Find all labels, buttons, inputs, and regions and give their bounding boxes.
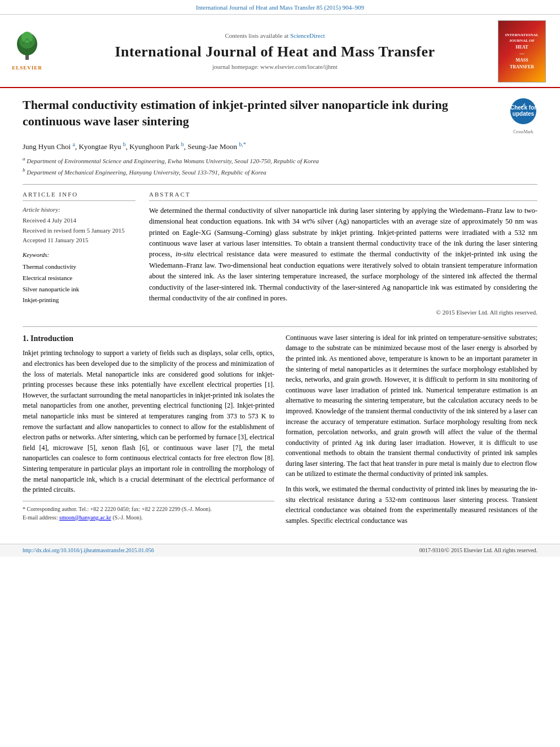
crossmark-label: CrossMark — [509, 129, 537, 135]
footnote-email: E-mail address: smoon@hanyang.ac.kr (S.-… — [23, 513, 274, 522]
keyword-4: Inkjet-printing — [23, 295, 135, 306]
article-title-section: Thermal conductivity estimation of inkje… — [23, 97, 537, 134]
received-date: Received 4 July 2014 — [23, 216, 135, 225]
svg-text:updates: updates — [513, 111, 535, 117]
revised-date: Received in revised form 5 January 2015 — [23, 226, 135, 235]
body-two-column: 1. Introduction Inkjet printing technolo… — [23, 333, 537, 531]
journal-header-center: Contents lists available at ScienceDirec… — [52, 32, 498, 71]
article-info-column: ARTICLE INFO Article history: Received 4… — [23, 190, 135, 317]
author-4: Seung-Jae Moon b,* — [187, 142, 246, 151]
sciencedirect-name: ScienceDirect — [290, 32, 325, 39]
journal-cover-image: INTERNATIONALJOURNAL OF HEAT—MASSTRANSFE… — [498, 20, 546, 82]
homepage-label: journal homepage: www.elsevier.com/locat… — [212, 63, 338, 70]
keywords-list: Thermal conductivity Electrical resistan… — [23, 261, 135, 306]
doi-bar: http://dx.doi.org/10.1016/j.ijheatmasstr… — [0, 544, 560, 557]
keywords-label: Keywords: — [23, 251, 135, 259]
main-content: Thermal conductivity estimation of inkje… — [0, 88, 560, 541]
history-label: Article history: — [23, 206, 135, 214]
intro-text-right-2: In this work, we estimated the thermal c… — [286, 484, 537, 526]
elsevier-tree-icon — [11, 32, 43, 63]
article-info-label: ARTICLE INFO — [23, 190, 135, 201]
journal-header: ELSEVIER Contents lists available at Sci… — [0, 15, 560, 88]
svg-text:✓: ✓ — [520, 101, 527, 110]
sciencedirect-link: Contents lists available at ScienceDirec… — [52, 32, 498, 40]
article-body: ARTICLE INFO Article history: Received 4… — [23, 190, 537, 317]
body-right-column: Continuous wave laser sintering is ideal… — [286, 333, 537, 531]
article-history: Article history: Received 4 July 2014 Re… — [23, 206, 135, 245]
journal-header-left: ELSEVIER — [11, 32, 52, 72]
doi-link[interactable]: http://dx.doi.org/10.1016/j.ijheatmasstr… — [23, 547, 154, 554]
email-link[interactable]: smoon@hanyang.ac.kr — [59, 514, 111, 521]
journal-homepage: journal homepage: www.elsevier.com/locat… — [52, 63, 498, 71]
article-title: Thermal conductivity estimation of inkje… — [23, 97, 509, 129]
keywords-section: Keywords: Thermal conductivity Electrica… — [23, 251, 135, 307]
affiliation-b: b Department of Mechanical Engineering, … — [23, 167, 537, 177]
journal-reference: International Journal of Heat and Mass T… — [196, 4, 364, 11]
journal-cover-area: INTERNATIONALJOURNAL OF HEAT—MASSTRANSFE… — [498, 20, 549, 82]
abstract-label: ABSTRACT — [149, 190, 537, 201]
sciencedirect-label: Contents lists available at — [225, 32, 288, 39]
author-1: Jung Hyun Choi a — [23, 142, 75, 151]
doi-url: http://dx.doi.org/10.1016/j.ijheatmasstr… — [23, 547, 154, 553]
author-3: Kyunghoon Park b — [129, 142, 184, 151]
keyword-1: Thermal conductivity — [23, 261, 135, 273]
intro-heading: 1. Introduction — [23, 333, 274, 345]
journal-reference-bar: International Journal of Heat and Mass T… — [0, 0, 560, 15]
elsevier-brand-text: ELSEVIER — [12, 64, 42, 72]
intro-text-left: Inkjet printing technology to support a … — [23, 348, 274, 495]
header-divider — [23, 184, 537, 185]
author-2: Kyongtae Ryu b — [78, 142, 125, 151]
body-left-column: 1. Introduction Inkjet printing technolo… — [23, 333, 274, 531]
crossmark-icon: Check for updates ✓ — [509, 97, 537, 125]
keyword-2: Electrical resistance — [23, 273, 135, 284]
issn-text: 0017-9310/© 2015 Elsevier Ltd. All right… — [419, 547, 537, 554]
accepted-date: Accepted 11 January 2015 — [23, 236, 135, 244]
journal-title: International Journal of Heat and Mass T… — [52, 43, 498, 60]
cover-title: HEAT—MASSTRANSFER — [510, 45, 534, 69]
footnote-star: * Corresponding author. Tel.: +82 2 2220… — [23, 505, 274, 513]
copyright: © 2015 Elsevier Ltd. All rights reserved… — [149, 308, 537, 317]
abstract-text: We determined the thermal conductivity o… — [149, 206, 537, 304]
affiliation-a: a Department of Environmental Science an… — [23, 155, 537, 165]
keyword-3: Silver nanoparticle ink — [23, 284, 135, 295]
body-divider — [23, 326, 537, 327]
svg-point-4 — [21, 32, 33, 43]
elsevier-logo: ELSEVIER — [11, 32, 43, 72]
cover-text: INTERNATIONALJOURNAL OF HEAT—MASSTRANSFE… — [505, 33, 539, 71]
authors-line: Jung Hyun Choi a, Kyongtae Ryu b, Kyungh… — [23, 141, 537, 152]
footer-section: * Corresponding author. Tel.: +82 2 2220… — [23, 501, 274, 522]
abstract-column: ABSTRACT We determined the thermal condu… — [149, 190, 537, 317]
crossmark-logo: Check for updates ✓ CrossMark — [509, 97, 537, 134]
affiliations: a Department of Environmental Science an… — [23, 155, 537, 177]
intro-text-right-1: Continuous wave laser sintering is ideal… — [286, 333, 537, 479]
sciencedirect-anchor[interactable]: ScienceDirect — [290, 32, 325, 39]
